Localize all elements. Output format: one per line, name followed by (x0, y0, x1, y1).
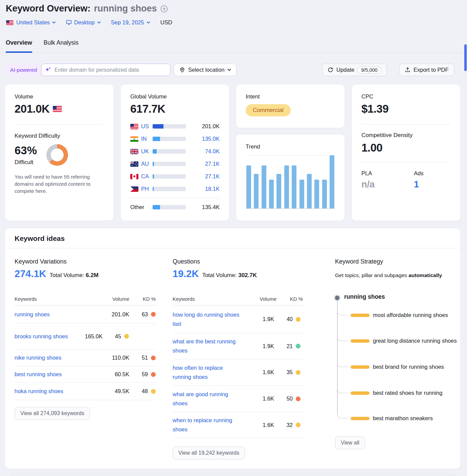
other-volume-value: 135.4K (186, 204, 220, 210)
col-keywords: Keywords (15, 296, 99, 302)
country-volume-row: PH 18.1K (130, 183, 220, 195)
keyword-link[interactable]: best running shoes (15, 370, 99, 379)
tab-bulk-analysis[interactable]: Bulk Analysis (44, 39, 79, 53)
select-location-button[interactable]: Select location (174, 64, 237, 76)
tab-bar: Overview Bulk Analysis (6, 39, 79, 53)
kd-cell: 48 (142, 388, 148, 394)
sparkles-icon (45, 67, 51, 73)
export-pdf-button[interactable]: Export to PDF (399, 64, 454, 76)
trend-label: Trend (246, 143, 335, 150)
view-all-variations-button[interactable]: View all 274,093 keywords (15, 407, 90, 420)
country-volume-value: 135.0K (186, 136, 220, 142)
trend-bar (276, 174, 281, 208)
volume-value: 201.0K (15, 103, 49, 115)
device-filter[interactable]: Desktop (66, 19, 101, 26)
volume-bar-track (153, 205, 186, 209)
intent-badge[interactable]: Commercial (246, 104, 291, 116)
card-divider (361, 124, 451, 124)
kd-dot (296, 423, 301, 427)
competitive-density-label: Competitive Density (361, 132, 451, 139)
kd-dot (151, 312, 156, 317)
country-volume-value: 27.1K (186, 161, 220, 167)
ph-flag-icon (130, 186, 138, 192)
kd-dot (151, 356, 156, 360)
export-icon (405, 67, 410, 73)
volume-cell: 1.6K (244, 369, 274, 376)
country-volume-row: CA 27.1K (130, 170, 220, 183)
strategy-item: most affordable running shoes (351, 311, 458, 320)
keyword-link[interactable]: how long do running shoes last (173, 310, 244, 328)
domain-input[interactable] (41, 64, 171, 76)
table-row: best running shoes 60.5K 59 (15, 366, 156, 383)
tab-overview[interactable]: Overview (6, 39, 32, 53)
variations-count: 274.1K (15, 268, 46, 279)
cpc-value: $1.39 (361, 103, 451, 115)
col-kd: KD % (276, 296, 303, 302)
country-link[interactable]: PH (141, 186, 153, 192)
strategy-item-label: best brand for running shoes (373, 362, 458, 371)
kd-cell: 51 (142, 355, 148, 361)
view-all-questions-button[interactable]: View all 19,242 keywords (173, 447, 245, 459)
chart-baseline (246, 208, 335, 209)
volume-cell: 201.0K (99, 311, 129, 318)
kd-cell: 59 (142, 371, 148, 378)
country-filter[interactable]: United States (6, 19, 56, 26)
tab-bar-divider (0, 53, 467, 53)
topic-pill (351, 314, 370, 317)
location-pin-icon (179, 67, 185, 73)
add-keyword-icon[interactable] (160, 5, 168, 13)
tree-connector (337, 336, 348, 341)
topic-pill (351, 391, 370, 395)
country-link[interactable]: IN (141, 136, 153, 142)
volume-cell: 1.9K (244, 316, 274, 322)
keyword-link[interactable]: running shoes (15, 310, 99, 319)
keyword-link[interactable]: how often to replace running shoes (173, 363, 244, 382)
competitive-density-value: 1.00 (361, 141, 451, 154)
uk-flag-icon (130, 149, 138, 154)
keyword-link[interactable]: what are the best running shoes (173, 337, 244, 355)
volume-cell: 110.0K (99, 355, 129, 361)
tree-trunk-line (337, 301, 338, 413)
keyword-link[interactable]: nike running shoes (15, 353, 99, 362)
volume-cell: 165.0K (72, 333, 103, 340)
country-link[interactable]: UK (141, 148, 153, 155)
trend-bar (292, 165, 296, 208)
col-kd: KD % (129, 296, 156, 302)
volume-cell: 1.6K (244, 395, 274, 402)
kd-dot (151, 372, 156, 377)
country-volume-value: 74.0K (186, 148, 220, 155)
chevron-down-icon (97, 21, 101, 24)
country-link[interactable]: AU (141, 161, 153, 167)
intent-card: Intent Commercial (236, 85, 344, 128)
kd-donut-hole (51, 149, 64, 161)
page-title: Keyword Overview: running shoes (6, 3, 168, 14)
keyword-ideas-title: Keyword ideas (15, 234, 65, 243)
ads-value[interactable]: 1 (414, 179, 423, 190)
keyword-link[interactable]: what are good running shoes (173, 390, 244, 408)
volume-cell: 60.5K (99, 371, 129, 378)
keyword-link[interactable]: when to replace running shoes (173, 416, 244, 434)
trend-bar (307, 174, 312, 208)
volume-bar-track (153, 174, 186, 179)
cpc-card: CPC $1.39 Competitive Density 1.00 PLA n… (352, 85, 460, 221)
volume-bar-fill (153, 149, 157, 154)
country-link[interactable]: US (141, 123, 153, 130)
table-row: how often to replace running shoes 1.6K … (173, 359, 303, 386)
questions-title: Questions (173, 258, 200, 265)
volume-bar-fill (153, 205, 160, 209)
tree-connector (337, 362, 348, 367)
update-button[interactable]: Update 9/5,000 (322, 64, 387, 76)
country-link[interactable]: CA (141, 173, 153, 180)
date-filter[interactable]: Sep 19, 2025 (111, 19, 150, 26)
kd-level: Difficult (15, 159, 37, 166)
trend-bar (284, 165, 289, 208)
keyword-link[interactable]: brooks running shoes (15, 332, 72, 341)
view-all-strategy-button[interactable]: View all (335, 436, 365, 449)
scrollbar-thumb[interactable] (464, 44, 467, 71)
table-row: what are the best running shoes 1.9K 21 (173, 333, 303, 359)
keyword-link[interactable]: hoka running shoes (15, 387, 99, 396)
tree-connector (337, 413, 348, 418)
us-flag-icon (6, 20, 14, 25)
table-row: nike running shoes 110.0K 51 (15, 349, 156, 366)
global-volume-label: Global Volume (130, 93, 220, 100)
